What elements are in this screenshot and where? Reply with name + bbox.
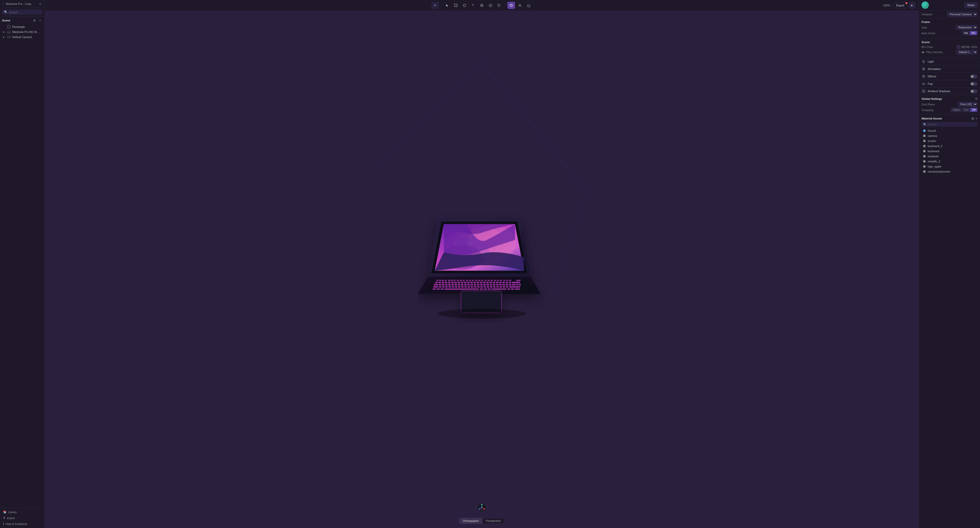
color-swatch[interactable] [957,45,960,49]
svg-rect-70 [476,282,479,283]
export-button[interactable]: Export [893,3,907,8]
size-label: Size [921,26,927,29]
tree-item-macbook[interactable]: ▶ Macbook Pro M1 M... [0,29,45,35]
svg-rect-64 [457,282,460,283]
hex-label: 322741 [961,46,970,48]
camera-icon [7,35,11,39]
camera-mat-dot [923,134,926,137]
svg-rect-86 [448,284,451,286]
gridplane-select[interactable]: Floor (XZ) [958,102,977,107]
avatar-icon [518,3,522,7]
effects-row[interactable]: Effects [919,73,980,80]
material-title: Material Assets [921,117,942,120]
rotate-tool[interactable] [525,2,532,9]
light-row[interactable]: Light › [919,58,980,65]
help-item[interactable]: ℹ Help & Feedback [2,521,42,526]
back-button[interactable]: ← Macbook Pro - Copy [2,2,32,5]
bgcolor-value: 322741 100% [957,45,977,49]
svg-point-145 [438,309,526,318]
material-item-camera[interactable]: camera [921,133,977,139]
material-add-icon[interactable]: + [975,116,977,121]
pen-tool[interactable] [478,2,486,9]
import-item[interactable]: ⬇ Import [2,515,42,521]
share-button[interactable]: Share [964,2,977,8]
effects-right [970,75,977,78]
svg-point-157 [923,60,924,62]
ambient-toggle[interactable] [970,89,977,93]
sound-dot [923,129,926,132]
material-settings-icon[interactable]: ⊞ [971,116,974,121]
tree-item-rectangle[interactable]: Rectangle [0,24,45,29]
add-button[interactable]: + [431,2,439,9]
ambient-label: Ambient Shadows [928,89,950,93]
svg-rect-118 [464,286,467,288]
circle-tool[interactable] [461,2,468,9]
material-item-sound[interactable]: Sound [921,128,977,133]
material-search-input[interactable] [928,123,976,126]
effects-toggle[interactable] [970,75,977,78]
material-item-keyboard2[interactable]: keyboard_2 [921,144,977,148]
tree-item-camera[interactable]: ▶ Default Camera [0,35,45,40]
material-item-connector[interactable]: connector&screen [921,169,977,174]
rect-tool[interactable] [452,2,460,9]
3d-tool[interactable] [508,2,515,9]
size-select[interactable]: Responsive [956,25,977,30]
sound-label: Sound [928,129,936,132]
logo-label: logo_apple [928,165,942,168]
material-item-keyboard[interactable]: keyboard [921,148,977,154]
svg-rect-99 [490,284,492,286]
emoji-tool[interactable] [487,2,494,9]
svg-point-152 [479,509,480,510]
svg-rect-97 [483,284,486,286]
play-button[interactable]: ▶ [908,2,916,9]
play-icon: ▶ [911,4,913,6]
play-camera-select[interactable]: Default C... [956,50,977,55]
fog-row[interactable]: Fog [919,80,980,88]
tag-tool[interactable] [495,2,503,9]
select-tool[interactable] [443,2,451,9]
grid-icon[interactable]: ⊞ [32,18,37,23]
menu-icon[interactable]: ≡ [38,2,42,6]
ambient-shadows-row[interactable]: Ambient Shadows [919,88,980,95]
svg-rect-51 [497,280,499,281]
material-item-metallic2[interactable]: metallic_2 [921,159,977,164]
svg-rect-127 [493,286,496,288]
snap-object[interactable]: Object [951,108,962,112]
autozoom-no[interactable]: NO [970,31,977,35]
material-item-screen[interactable]: screen [921,139,977,144]
simulation-left: Simulation [921,67,941,71]
camera-mat-label: camera [928,134,937,137]
svg-rect-0 [8,26,10,28]
circle-icon [463,3,466,7]
svg-rect-40 [463,280,465,281]
snap-grid[interactable]: Grid [962,108,970,112]
effects-knob [971,75,974,78]
svg-rect-111 [442,286,445,288]
svg-rect-71 [480,282,482,283]
effects-star-icon [922,75,925,78]
material-item-trackpad[interactable]: trackpad [921,154,977,159]
viewport[interactable]: Orthographic Perspective [45,11,919,528]
perspective-button[interactable]: Perspective [483,518,504,524]
avatar-tool[interactable] [516,2,524,9]
camera-select[interactable]: Personal Camera [947,12,977,17]
text-tool[interactable]: T [469,2,477,9]
snap-off[interactable]: Off [970,108,977,112]
svg-rect-76 [496,282,498,283]
svg-rect-163 [923,90,924,92]
search-input[interactable] [9,11,40,14]
simulation-row[interactable]: Simulation › [919,65,980,73]
add-scene-icon[interactable]: + [38,18,42,23]
orthographic-button[interactable]: Orthographic [459,518,483,524]
library-item[interactable]: 📚 Library [2,509,42,515]
svg-rect-116 [458,286,460,288]
autozoom-yes[interactable]: Yes [962,31,970,35]
material-item-logo[interactable]: logo_apple [921,164,977,169]
fog-toggle[interactable] [970,82,977,86]
trackpad-label: trackpad [928,155,939,158]
avatar [921,2,929,9]
global-edit-icon[interactable]: ⊞ [975,97,977,100]
svg-rect-101 [496,284,498,286]
material-header: Material Assets ⊞ + [921,116,977,121]
svg-rect-53 [503,280,505,281]
